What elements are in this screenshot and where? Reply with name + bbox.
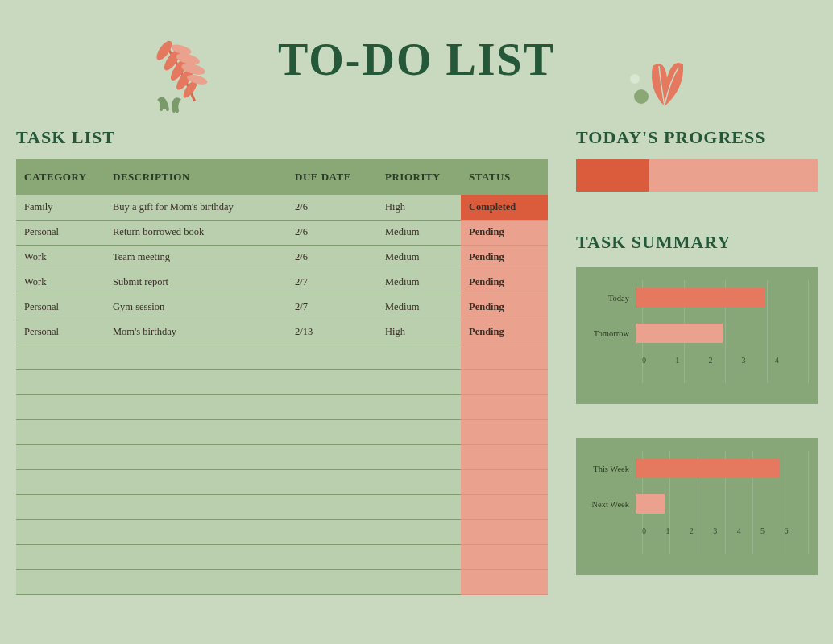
table-row[interactable]: PersonalReturn borrowed book2/6MediumPen… bbox=[16, 220, 548, 245]
cell-due_date[interactable]: 2/13 bbox=[287, 320, 377, 345]
cell-empty[interactable] bbox=[287, 345, 377, 369]
cell-status[interactable]: Pending bbox=[461, 220, 548, 245]
cell-empty[interactable] bbox=[105, 369, 287, 394]
cell-status[interactable]: Pending bbox=[461, 270, 548, 295]
cell-empty[interactable] bbox=[287, 394, 377, 419]
cell-empty[interactable] bbox=[377, 569, 461, 594]
cell-status[interactable]: Pending bbox=[461, 320, 548, 345]
cell-empty[interactable] bbox=[16, 494, 105, 519]
cell-status[interactable]: Pending bbox=[461, 295, 548, 320]
cell-empty[interactable] bbox=[16, 394, 105, 419]
cell-description[interactable]: Submit report bbox=[105, 270, 287, 295]
cell-empty[interactable] bbox=[16, 519, 105, 544]
cell-empty[interactable] bbox=[461, 394, 548, 419]
cell-empty[interactable] bbox=[461, 494, 548, 519]
cell-category[interactable]: Personal bbox=[16, 295, 105, 320]
cell-empty[interactable] bbox=[287, 569, 377, 594]
cell-priority[interactable]: Medium bbox=[377, 245, 461, 270]
cell-due_date[interactable]: 2/6 bbox=[287, 195, 377, 220]
cell-status[interactable]: Completed bbox=[461, 195, 548, 220]
cell-empty[interactable] bbox=[461, 569, 548, 594]
cell-empty[interactable] bbox=[16, 544, 105, 569]
cell-priority[interactable]: High bbox=[377, 320, 461, 345]
cell-due_date[interactable]: 2/6 bbox=[287, 220, 377, 245]
table-row-empty[interactable] bbox=[16, 569, 548, 594]
table-row[interactable]: PersonalMom's birthday2/13HighPending bbox=[16, 320, 548, 345]
cell-empty[interactable] bbox=[105, 394, 287, 419]
cell-description[interactable]: Gym session bbox=[105, 295, 287, 320]
cell-priority[interactable]: Medium bbox=[377, 220, 461, 245]
cell-empty[interactable] bbox=[16, 469, 105, 494]
cell-empty[interactable] bbox=[287, 544, 377, 569]
cell-status[interactable]: Pending bbox=[461, 245, 548, 270]
cell-priority[interactable]: Medium bbox=[377, 270, 461, 295]
cell-empty[interactable] bbox=[105, 569, 287, 594]
cell-empty[interactable] bbox=[377, 345, 461, 369]
cell-priority[interactable]: High bbox=[377, 195, 461, 220]
cell-due_date[interactable]: 2/7 bbox=[287, 295, 377, 320]
table-row-empty[interactable] bbox=[16, 419, 548, 444]
cell-category[interactable]: Family bbox=[16, 195, 105, 220]
cell-empty[interactable] bbox=[105, 419, 287, 444]
cell-description[interactable]: Mom's birthday bbox=[105, 320, 287, 345]
cell-empty[interactable] bbox=[461, 369, 548, 394]
cell-empty[interactable] bbox=[287, 444, 377, 469]
cell-empty[interactable] bbox=[377, 469, 461, 494]
table-row[interactable]: PersonalGym session2/7MediumPending bbox=[16, 295, 548, 320]
table-row[interactable]: FamilyBuy a gift for Mom's birthday2/6Hi… bbox=[16, 195, 548, 220]
cell-description[interactable]: Buy a gift for Mom's birthday bbox=[105, 195, 287, 220]
table-row-empty[interactable] bbox=[16, 444, 548, 469]
cell-description[interactable]: Return borrowed book bbox=[105, 220, 287, 245]
chart-bar-row: Next Week bbox=[586, 486, 808, 522]
cell-empty[interactable] bbox=[377, 419, 461, 444]
table-row[interactable]: WorkSubmit report2/7MediumPending bbox=[16, 270, 548, 295]
table-row-empty[interactable] bbox=[16, 469, 548, 494]
cell-empty[interactable] bbox=[105, 519, 287, 544]
cell-empty[interactable] bbox=[287, 519, 377, 544]
chart-tick: 2 bbox=[690, 526, 713, 535]
cell-due_date[interactable]: 2/7 bbox=[287, 270, 377, 295]
chart-tick: 4 bbox=[737, 526, 760, 535]
cell-empty[interactable] bbox=[105, 469, 287, 494]
table-row-empty[interactable] bbox=[16, 345, 548, 369]
cell-category[interactable]: Work bbox=[16, 270, 105, 295]
cell-empty[interactable] bbox=[105, 444, 287, 469]
cell-empty[interactable] bbox=[377, 394, 461, 419]
cell-priority[interactable]: Medium bbox=[377, 295, 461, 320]
cell-empty[interactable] bbox=[287, 494, 377, 519]
cell-empty[interactable] bbox=[461, 419, 548, 444]
cell-empty[interactable] bbox=[16, 369, 105, 394]
cell-empty[interactable] bbox=[287, 369, 377, 394]
table-row-empty[interactable] bbox=[16, 369, 548, 394]
cell-empty[interactable] bbox=[377, 544, 461, 569]
cell-due_date[interactable]: 2/6 bbox=[287, 245, 377, 270]
cell-empty[interactable] bbox=[461, 469, 548, 494]
cell-category[interactable]: Personal bbox=[16, 320, 105, 345]
cell-empty[interactable] bbox=[377, 494, 461, 519]
table-row-empty[interactable] bbox=[16, 544, 548, 569]
cell-description[interactable]: Team meeting bbox=[105, 245, 287, 270]
cell-empty[interactable] bbox=[105, 345, 287, 369]
cell-empty[interactable] bbox=[16, 419, 105, 444]
chart-tick: 1 bbox=[665, 526, 689, 535]
cell-empty[interactable] bbox=[377, 519, 461, 544]
cell-empty[interactable] bbox=[461, 519, 548, 544]
cell-category[interactable]: Work bbox=[16, 245, 105, 270]
cell-category[interactable]: Personal bbox=[16, 220, 105, 245]
cell-empty[interactable] bbox=[16, 444, 105, 469]
cell-empty[interactable] bbox=[461, 544, 548, 569]
cell-empty[interactable] bbox=[105, 544, 287, 569]
table-row-empty[interactable] bbox=[16, 519, 548, 544]
cell-empty[interactable] bbox=[287, 419, 377, 444]
table-row-empty[interactable] bbox=[16, 394, 548, 419]
cell-empty[interactable] bbox=[377, 444, 461, 469]
cell-empty[interactable] bbox=[16, 569, 105, 594]
cell-empty[interactable] bbox=[377, 369, 461, 394]
cell-empty[interactable] bbox=[16, 345, 105, 369]
table-row[interactable]: WorkTeam meeting2/6MediumPending bbox=[16, 245, 548, 270]
cell-empty[interactable] bbox=[287, 469, 377, 494]
cell-empty[interactable] bbox=[105, 494, 287, 519]
cell-empty[interactable] bbox=[461, 345, 548, 369]
table-row-empty[interactable] bbox=[16, 494, 548, 519]
cell-empty[interactable] bbox=[461, 444, 548, 469]
